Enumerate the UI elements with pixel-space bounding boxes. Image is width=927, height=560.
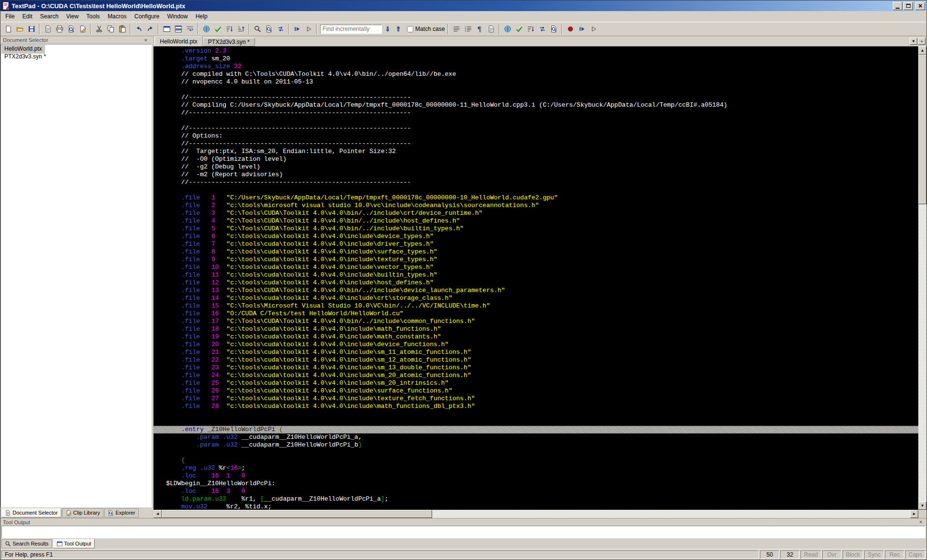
code-line[interactable]: // Target:ptx, ISA:sm_20, Endian:little,…: [166, 148, 918, 155]
code-line[interactable]: //--------------------------------------…: [166, 179, 918, 186]
scroll-right-icon[interactable]: ►: [910, 510, 918, 518]
undo-button[interactable]: [133, 23, 144, 35]
find-incremental-input[interactable]: [320, 25, 382, 34]
code-line[interactable]: // Options:: [166, 132, 918, 140]
code-line[interactable]: .file 21 "c:\tools\cuda\toolkit 4.0\v4.0…: [166, 349, 918, 356]
code-line[interactable]: // Compiling C:/Users/Skybuck/AppData/Lo…: [166, 101, 918, 109]
horizontal-scroll-thumb[interactable]: [162, 510, 432, 518]
code-line[interactable]: //--------------------------------------…: [166, 109, 918, 117]
code-line[interactable]: .file 3 "C:\Tools\CUDA\Toolkit 4.0\v4.0\…: [166, 210, 918, 217]
menu-tools[interactable]: Tools: [83, 12, 104, 21]
scroll-down-icon[interactable]: ▼: [918, 502, 927, 510]
code-line[interactable]: .param .u32 __cudaparm__Z10HelloWorldPcP…: [166, 441, 918, 449]
menu-view[interactable]: View: [62, 12, 83, 21]
match-case-checkbox[interactable]: [407, 26, 413, 32]
code-line[interactable]: .file 14 "c:\tools\cuda\toolkit 4.0\v4.0…: [166, 294, 918, 302]
code-line[interactable]: .file 4 "C:\Tools\CUDA\Toolkit 4.0\v4.0\…: [166, 217, 918, 225]
code-line[interactable]: .file 24 "c:\tools\cuda\toolkit 4.0\v4.0…: [166, 372, 918, 379]
code-line[interactable]: [166, 186, 918, 194]
output-tab-search-results[interactable]: Search Results: [1, 539, 52, 548]
scroll-left-icon[interactable]: ◄: [154, 510, 162, 518]
code-line[interactable]: $LDWbegin__Z10HelloWorldPcPi:: [166, 480, 918, 488]
menu-window[interactable]: Window: [163, 12, 192, 21]
horizontal-scrollbar[interactable]: ◄ ►: [154, 510, 927, 518]
menu-edit[interactable]: Edit: [18, 12, 36, 21]
find-previous-button[interactable]: ⇑: [393, 24, 403, 34]
menu-file[interactable]: File: [1, 12, 18, 21]
code-line[interactable]: .file 18 "c:\tools\cuda\toolkit 4.0\v4.0…: [166, 325, 918, 333]
paste-button[interactable]: [116, 23, 128, 35]
code-line[interactable]: //--------------------------------------…: [166, 94, 918, 101]
code-line[interactable]: .file 2 "c:\tools\microsoft visual studi…: [166, 202, 918, 210]
pause-macro-button[interactable]: [576, 23, 588, 35]
code-line[interactable]: {: [166, 457, 918, 464]
code-line-selected[interactable]: .entry _Z10HelloWorldPcPi (: [154, 426, 918, 434]
find-next-button[interactable]: ⇓: [383, 24, 393, 34]
menu-configure[interactable]: Configure: [130, 12, 163, 21]
vertical-scroll-thumb[interactable]: [918, 55, 927, 204]
redo-button[interactable]: [144, 23, 156, 35]
print-document-button[interactable]: [42, 23, 54, 35]
code-line[interactable]: .file 12 "c:\tools\cuda\toolkit 4.0\v4.0…: [166, 279, 918, 287]
document-selector-toggle-button[interactable]: [450, 23, 462, 35]
menu-macros[interactable]: Macros: [104, 12, 130, 21]
match-case-label[interactable]: Match case: [415, 26, 445, 32]
view-in-browser-button[interactable]: [200, 23, 212, 35]
code-line[interactable]: [166, 86, 918, 94]
code-line[interactable]: .param .u32 __cudaparm__Z10HelloWorldPcP…: [166, 434, 918, 441]
tab-close-icon[interactable]: ×: [918, 38, 926, 45]
spell-check-button[interactable]: [212, 23, 224, 35]
document-list[interactable]: HelloWorld.ptxPTX2d3v3.syn *: [0, 44, 152, 507]
code-line[interactable]: [166, 418, 918, 426]
compare-files-button[interactable]: [536, 23, 548, 35]
code-line[interactable]: .file 5 "C:\Tools\CUDA\Toolkit 4.0\v4.0\…: [166, 225, 918, 233]
print-preview-button[interactable]: [65, 23, 77, 35]
tool-output-close-icon[interactable]: ×: [917, 519, 924, 525]
code-line[interactable]: //--------------------------------------…: [166, 125, 918, 132]
code-line[interactable]: [166, 410, 918, 418]
code-line[interactable]: .file 1 "C:/Users/Skybuck/AppData/Local/…: [166, 194, 918, 202]
tool-run-button[interactable]: [303, 23, 314, 35]
code-line[interactable]: // -m2 (Report advisories): [166, 171, 918, 179]
code-line[interactable]: .file 7 "c:\tools\cuda\toolkit 4.0\v4.0\…: [166, 240, 918, 248]
save-file-button[interactable]: [26, 23, 37, 35]
formatting-marks-button[interactable]: ¶: [474, 23, 485, 35]
code-line[interactable]: .file 10 "c:\tools\cuda\toolkit 4.0\v4.0…: [166, 264, 918, 271]
code-line[interactable]: .loc 16 3 0: [166, 488, 918, 495]
code-line[interactable]: .version 2.3: [166, 47, 918, 55]
compare-documents-button[interactable]: [161, 23, 172, 35]
code-line[interactable]: .file 28 "c:\tools\cuda\toolkit 4.0\v4.0…: [166, 403, 918, 410]
document-item[interactable]: PTX2d3v3.syn *: [2, 53, 48, 61]
open-file-button[interactable]: [14, 23, 26, 35]
code-line[interactable]: .file 20 "c:\tools\cuda\toolkit 4.0\v4.0…: [166, 341, 918, 349]
record-macro-button[interactable]: [564, 23, 576, 35]
code-line[interactable]: .file 26 "c:\tools\cuda\toolkit 4.0\v4.0…: [166, 387, 918, 395]
tool-output-content[interactable]: [1, 526, 926, 538]
vertical-scrollbar[interactable]: ▲ ▼: [918, 46, 927, 510]
code-line[interactable]: .target sm_20: [166, 55, 918, 63]
panel-tab-clip-library[interactable]: Clip Library: [62, 508, 104, 518]
document-properties-button[interactable]: [77, 23, 88, 35]
code-line[interactable]: ld.param.u32 %r1, [__cudaparm__Z10HelloW…: [166, 495, 918, 503]
code-line[interactable]: mov.u32 %r2, %tid.x;: [166, 503, 918, 510]
code-line[interactable]: .address_size 32: [166, 63, 918, 70]
menu-search[interactable]: Search: [36, 12, 62, 21]
code-line[interactable]: .file 8 "c:\tools\cuda\toolkit 4.0\v4.0\…: [166, 248, 918, 256]
search-pages-button[interactable]: [548, 23, 560, 35]
panel-close-icon[interactable]: ×: [142, 37, 149, 43]
play-macro-button[interactable]: [588, 23, 599, 35]
sort-ascending-button[interactable]: [224, 23, 235, 35]
replace-button[interactable]: [275, 23, 286, 35]
sort-button[interactable]: [525, 23, 536, 35]
code-line[interactable]: .file 27 "c:\tools\cuda\toolkit 4.0\v4.0…: [166, 395, 918, 403]
code-line[interactable]: .loc 16 1 0: [166, 472, 918, 480]
word-wrap-button[interactable]: [184, 23, 196, 35]
code-line[interactable]: .file 13 "C:\Tools\CUDA\Toolkit 4.0\v4.0…: [166, 287, 918, 294]
sort-descending-button[interactable]: [235, 23, 247, 35]
code-line[interactable]: [166, 117, 918, 125]
line-numbers-button[interactable]: [462, 23, 474, 35]
panel-tab-explorer[interactable]: Explorer: [104, 508, 139, 518]
code-line[interactable]: // -g2 (Debug level): [166, 163, 918, 171]
scroll-up-icon[interactable]: ▲: [918, 46, 927, 55]
split-window-button[interactable]: [172, 23, 184, 35]
